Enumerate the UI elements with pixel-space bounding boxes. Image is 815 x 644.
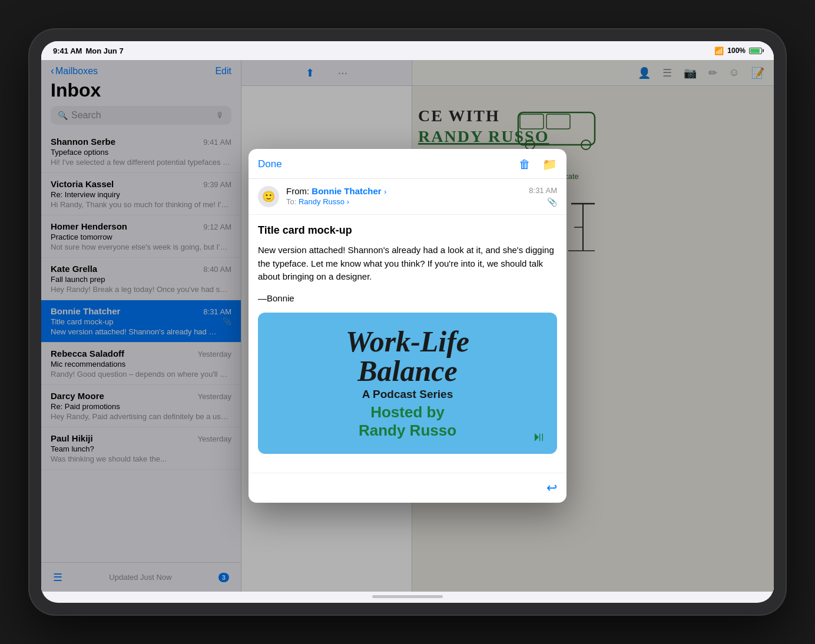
podcast-host-line: Hosted byRandy Russo — [359, 403, 456, 440]
email-body: New version attached! Shannon's already … — [258, 244, 557, 284]
modal-body: Title card mock-up New version attached!… — [249, 215, 566, 473]
battery-percent: 100% — [727, 47, 746, 55]
chevron-right-icon: › — [384, 187, 386, 196]
email-modal: Done 🗑 📁 🙂 From: Bonnie Thatcher — [249, 149, 566, 503]
email-signature: —Bonnie — [258, 293, 557, 303]
reply-button[interactable]: ↩ — [546, 480, 557, 496]
main-area: ‹ Mailboxes Edit Inbox 🔍 Search 🎙 Shanno… — [41, 60, 774, 592]
done-button[interactable]: Done — [258, 158, 282, 170]
modal-footer: ↩ — [249, 473, 566, 503]
from-details: From: Bonnie Thatcher › To: Randy Russo … — [286, 186, 522, 206]
folder-icon[interactable]: 📁 — [542, 157, 557, 171]
wifi-icon: 📶 — [714, 47, 724, 55]
paperclip-icon: 📎 — [547, 197, 557, 207]
status-time: 9:41 AM — [53, 47, 82, 55]
from-line: From: Bonnie Thatcher › — [286, 186, 522, 196]
from-name: Bonnie Thatcher — [312, 186, 381, 196]
modal-overlay: Done 🗑 📁 🙂 From: Bonnie Thatcher — [41, 60, 774, 592]
to-name: Randy Russo — [299, 197, 344, 206]
modal-header: Done 🗑 📁 — [249, 149, 566, 179]
podcast-card[interactable]: Work-LifeBalance A Podcast Series Hosted… — [258, 313, 557, 454]
to-chevron-icon: › — [347, 197, 349, 206]
modal-from: 🙂 From: Bonnie Thatcher › To: Randy Russ… — [249, 179, 566, 215]
podcast-subtitle: A Podcast Series — [362, 388, 453, 401]
email-subject: Title card mock-up — [258, 224, 557, 237]
from-label: From: — [286, 186, 312, 196]
battery-icon — [749, 48, 762, 54]
play-pause-icon[interactable]: ⏯ — [532, 429, 545, 444]
ipad-frame: 9:41 AM Mon Jun 7 📶 100% ‹ Mailboxes — [29, 29, 786, 615]
home-bar — [372, 595, 443, 598]
to-line: To: Randy Russo › — [286, 197, 522, 206]
ipad-screen: 9:41 AM Mon Jun 7 📶 100% ‹ Mailboxes — [41, 41, 774, 603]
podcast-title: Work-LifeBalance — [346, 327, 469, 386]
modal-actions: 🗑 📁 — [519, 157, 557, 171]
email-time: 8:31 AM — [529, 186, 557, 195]
sender-avatar: 🙂 — [258, 186, 279, 207]
status-bar: 9:41 AM Mon Jun 7 📶 100% — [41, 41, 774, 60]
status-date: Mon Jun 7 — [85, 47, 123, 55]
to-label: To: — [286, 197, 299, 206]
trash-icon[interactable]: 🗑 — [519, 158, 531, 171]
